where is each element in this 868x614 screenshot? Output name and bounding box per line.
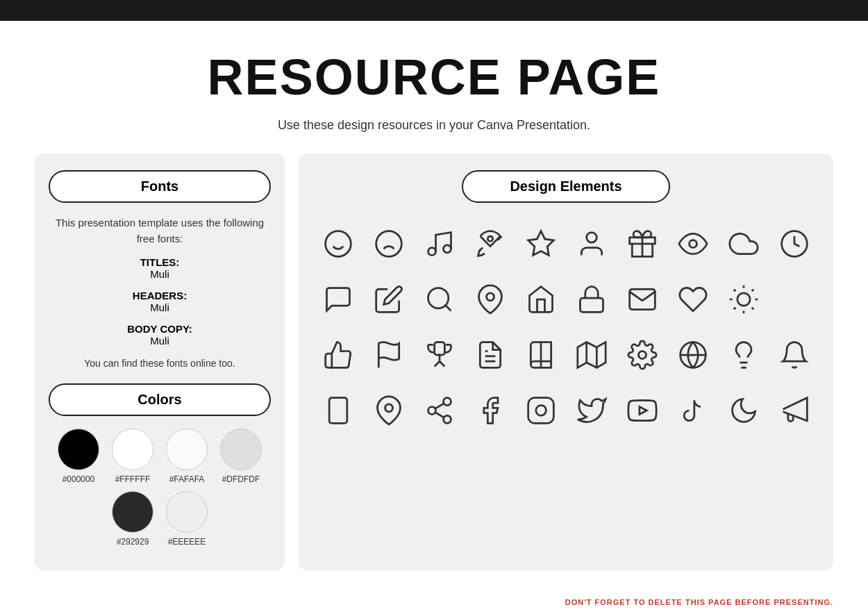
page-title: RESOURCE PAGE xyxy=(0,49,868,106)
mail-icon xyxy=(618,275,667,324)
lightbulb-icon xyxy=(719,331,768,379)
color-swatch-eeeeee: #EEEEEE xyxy=(166,491,208,547)
font-label-headers: HEADERS: xyxy=(49,290,271,301)
icons-row-1 xyxy=(312,219,819,268)
smiley-icon xyxy=(314,219,362,268)
gift-icon xyxy=(618,219,667,268)
placeholder-icon xyxy=(770,275,819,324)
icons-row-2 xyxy=(312,275,819,324)
svg-point-10 xyxy=(586,233,596,243)
location-icon xyxy=(365,386,413,435)
font-label-body: BODY COPY: xyxy=(49,323,271,335)
colors-label: Colors xyxy=(49,383,271,416)
color-swatch-000000: #000000 xyxy=(58,429,99,484)
svg-point-3 xyxy=(376,231,401,257)
trophy-icon xyxy=(415,331,464,379)
color-hex-292929: #292929 xyxy=(117,537,149,547)
svg-rect-50 xyxy=(528,398,553,424)
svg-rect-18 xyxy=(580,298,603,312)
rocket-icon xyxy=(466,219,515,268)
svg-point-45 xyxy=(443,398,451,406)
font-name-titles: Muli xyxy=(49,268,271,280)
svg-line-26 xyxy=(733,308,735,310)
font-label-titles: TITLES: xyxy=(49,256,271,268)
color-hex-eeeeee: #EEEEEE xyxy=(168,537,206,547)
flag-icon xyxy=(365,331,413,379)
sun-icon xyxy=(719,275,768,324)
clock-icon xyxy=(770,219,819,268)
color-swatch-ffffff: #FFFFFF xyxy=(112,429,153,484)
phone-icon xyxy=(314,386,362,435)
left-panel: Fonts This presentation template uses th… xyxy=(35,154,285,570)
svg-line-48 xyxy=(435,413,444,417)
thumbs-up-icon xyxy=(314,331,362,379)
tiktok-icon xyxy=(669,386,717,435)
svg-point-47 xyxy=(443,415,451,423)
pin-icon xyxy=(466,275,515,324)
svg-point-15 xyxy=(428,288,448,308)
share-icon xyxy=(415,386,464,435)
svg-line-16 xyxy=(445,306,451,311)
house-icon xyxy=(517,275,565,324)
color-hex-000000: #000000 xyxy=(62,474,95,484)
svg-point-8 xyxy=(487,236,492,241)
book-icon xyxy=(517,331,565,379)
svg-marker-52 xyxy=(639,406,646,414)
color-hex-ffffff: #FFFFFF xyxy=(115,474,151,484)
heart-icon xyxy=(669,275,717,324)
map-icon xyxy=(567,331,616,379)
megaphone-icon xyxy=(770,386,819,435)
font-name-headers: Muli xyxy=(49,301,271,313)
facebook-icon xyxy=(466,386,515,435)
svg-point-44 xyxy=(385,404,392,412)
page-subtitle: Use these design resources in your Canva… xyxy=(0,118,868,133)
person-icon xyxy=(567,219,616,268)
star-icon xyxy=(517,219,565,268)
color-hex-dfdfdf: #DFDFDF xyxy=(222,474,260,484)
right-panel: Design Elements xyxy=(299,154,833,570)
design-elements-label: Design Elements xyxy=(462,170,670,203)
svg-point-37 xyxy=(638,351,646,359)
fonts-label: Fonts xyxy=(49,170,271,203)
svg-line-27 xyxy=(751,290,753,292)
font-entry-body: BODY COPY: Muli xyxy=(49,323,271,347)
font-name-body: Muli xyxy=(49,335,271,347)
font-entry-headers: HEADERS: Muli xyxy=(49,290,271,313)
lock-icon xyxy=(567,275,616,324)
color-swatch-292929: #292929 xyxy=(112,491,153,547)
color-swatch-dfdfdf: #DFDFDF xyxy=(220,429,262,484)
search-icon xyxy=(415,275,464,324)
svg-rect-42 xyxy=(329,398,347,424)
svg-point-13 xyxy=(689,240,696,248)
icons-row-4 xyxy=(312,386,819,435)
sad-face-icon xyxy=(365,219,413,268)
cloud-icon xyxy=(719,219,768,268)
svg-rect-30 xyxy=(434,342,444,355)
globe-icon xyxy=(669,331,717,379)
music-icon xyxy=(415,219,464,268)
pencil-icon xyxy=(365,275,413,324)
footer: DON'T FORGET TO DELETE THIS PAGE BEFORE … xyxy=(0,591,868,613)
color-swatch-fafafa: #FAFAFA xyxy=(166,429,208,484)
svg-point-0 xyxy=(325,231,351,257)
font-entry-titles: TITLES: Muli xyxy=(49,256,271,280)
svg-point-17 xyxy=(486,293,494,301)
svg-point-6 xyxy=(428,248,435,256)
svg-line-49 xyxy=(435,404,444,408)
moon-icon xyxy=(719,386,768,435)
svg-line-22 xyxy=(733,290,735,292)
eye-icon xyxy=(669,219,717,268)
document-icon xyxy=(466,331,515,379)
svg-marker-34 xyxy=(577,342,605,368)
instagram-icon xyxy=(517,386,565,435)
font-description: This presentation template uses the foll… xyxy=(49,215,271,247)
bell-icon xyxy=(770,331,819,379)
svg-line-23 xyxy=(751,308,753,310)
speech-bubble-icon xyxy=(314,275,362,324)
icons-row-3 xyxy=(312,331,819,379)
svg-point-19 xyxy=(737,293,749,306)
gear-icon xyxy=(618,331,667,379)
font-link-text: You can find these fonts online too. xyxy=(49,356,271,371)
top-bar xyxy=(0,0,868,21)
youtube-icon xyxy=(618,386,667,435)
